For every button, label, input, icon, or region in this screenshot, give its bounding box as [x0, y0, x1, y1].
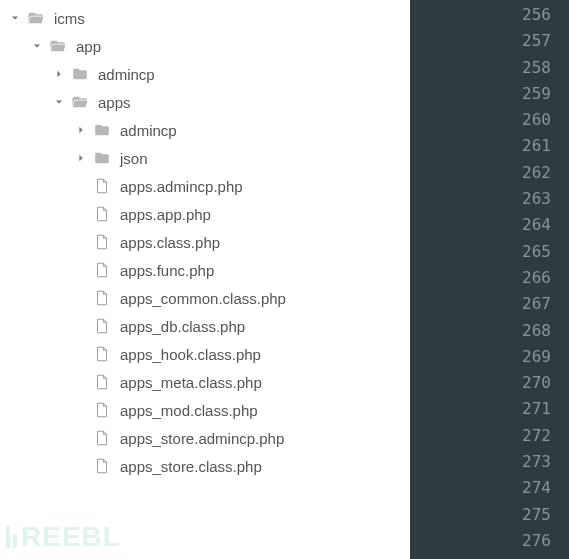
line-number: 275 — [410, 502, 569, 528]
tree-item-label: apps_store.admincp.php — [120, 430, 284, 447]
line-number: 270 — [410, 370, 569, 396]
tree-row[interactable]: apps — [0, 88, 410, 116]
file-icon — [92, 372, 112, 392]
line-number: 263 — [410, 186, 569, 212]
tree-row[interactable]: apps.class.php — [0, 228, 410, 256]
tree-item-label: apps_db.class.php — [120, 318, 245, 335]
line-number: 269 — [410, 344, 569, 370]
file-icon — [92, 456, 112, 476]
line-number: 268 — [410, 318, 569, 344]
file-icon — [92, 400, 112, 420]
arrow-placeholder — [74, 319, 88, 333]
line-number: 272 — [410, 423, 569, 449]
tree-row[interactable]: admincp — [0, 116, 410, 144]
tree-row[interactable]: apps.admincp.php — [0, 172, 410, 200]
tree-row[interactable]: icms — [0, 4, 410, 32]
tree-row[interactable]: admincp — [0, 60, 410, 88]
line-number: 273 — [410, 449, 569, 475]
line-number: 261 — [410, 133, 569, 159]
chevron-down-icon[interactable] — [8, 11, 22, 25]
tree-row[interactable]: apps_store.class.php — [0, 452, 410, 480]
arrow-placeholder — [74, 235, 88, 249]
line-number: 256 — [410, 2, 569, 28]
folder-open-icon — [26, 8, 46, 28]
tree-item-label: apps.class.php — [120, 234, 220, 251]
line-number: 266 — [410, 265, 569, 291]
arrow-placeholder — [74, 291, 88, 305]
folder-icon — [92, 120, 112, 140]
tree-item-label: json — [120, 150, 148, 167]
file-icon — [92, 288, 112, 308]
tree-row[interactable]: apps_common.class.php — [0, 284, 410, 312]
line-number: 262 — [410, 160, 569, 186]
file-icon — [92, 344, 112, 364]
file-tree[interactable]: icmsappadmincpappsadmincpjsonapps.adminc… — [0, 0, 410, 559]
folder-icon — [92, 148, 112, 168]
tree-row[interactable]: apps_hook.class.php — [0, 340, 410, 368]
tree-row[interactable]: apps_store.admincp.php — [0, 424, 410, 452]
line-number: 260 — [410, 107, 569, 133]
tree-item-label: apps.admincp.php — [120, 178, 243, 195]
tree-row[interactable]: apps_mod.class.php — [0, 396, 410, 424]
line-number: 257 — [410, 28, 569, 54]
tree-item-label: admincp — [98, 66, 155, 83]
line-number-gutter: 2562572582592602612622632642652662672682… — [410, 0, 569, 559]
arrow-placeholder — [74, 207, 88, 221]
tree-row[interactable]: json — [0, 144, 410, 172]
file-icon — [92, 316, 112, 336]
line-number: 267 — [410, 291, 569, 317]
line-number: 265 — [410, 239, 569, 265]
arrow-placeholder — [74, 179, 88, 193]
file-icon — [92, 428, 112, 448]
watermark: REEBL — [6, 521, 121, 553]
tree-item-label: apps_mod.class.php — [120, 402, 258, 419]
tree-item-label: app — [76, 38, 101, 55]
tree-item-label: icms — [54, 10, 85, 27]
tree-item-label: apps_hook.class.php — [120, 346, 261, 363]
tree-item-label: apps — [98, 94, 131, 111]
folder-open-icon — [48, 36, 68, 56]
line-number: 276 — [410, 528, 569, 554]
tree-row[interactable]: apps.func.php — [0, 256, 410, 284]
line-number: 271 — [410, 396, 569, 422]
tree-item-label: apps_store.class.php — [120, 458, 262, 475]
folder-icon — [70, 64, 90, 84]
tree-item-label: admincp — [120, 122, 177, 139]
file-icon — [92, 204, 112, 224]
tree-row[interactable]: apps_db.class.php — [0, 312, 410, 340]
chevron-right-icon[interactable] — [74, 123, 88, 137]
file-icon — [92, 260, 112, 280]
line-number: 274 — [410, 475, 569, 501]
file-icon — [92, 232, 112, 252]
arrow-placeholder — [74, 431, 88, 445]
tree-item-label: apps.func.php — [120, 262, 214, 279]
tree-item-label: apps.app.php — [120, 206, 211, 223]
folder-open-icon — [70, 92, 90, 112]
tree-row[interactable]: app — [0, 32, 410, 60]
arrow-placeholder — [74, 347, 88, 361]
line-number: 258 — [410, 55, 569, 81]
chevron-right-icon[interactable] — [52, 67, 66, 81]
line-number: 259 — [410, 81, 569, 107]
file-icon — [92, 176, 112, 196]
tree-item-label: apps_meta.class.php — [120, 374, 262, 391]
tree-item-label: apps_common.class.php — [120, 290, 286, 307]
arrow-placeholder — [74, 403, 88, 417]
chevron-down-icon[interactable] — [52, 95, 66, 109]
tree-row[interactable]: apps_meta.class.php — [0, 368, 410, 396]
line-number: 264 — [410, 212, 569, 238]
arrow-placeholder — [74, 263, 88, 277]
chevron-right-icon[interactable] — [74, 151, 88, 165]
editor-pane[interactable]: 2562572582592602612622632642652662672682… — [410, 0, 569, 559]
arrow-placeholder — [74, 459, 88, 473]
arrow-placeholder — [74, 375, 88, 389]
chevron-down-icon[interactable] — [30, 39, 44, 53]
tree-row[interactable]: apps.app.php — [0, 200, 410, 228]
